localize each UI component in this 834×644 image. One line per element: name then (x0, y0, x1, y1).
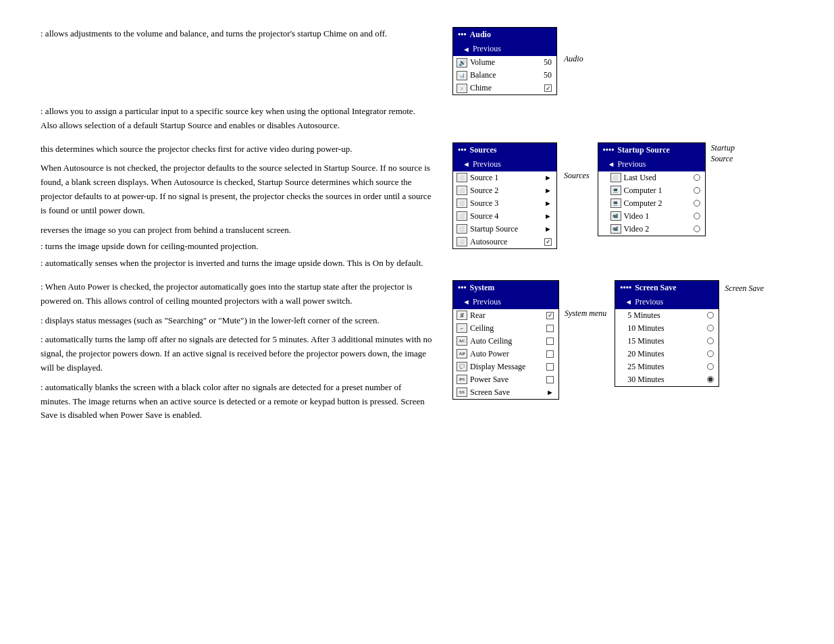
sources-dots: ••• (458, 145, 467, 155)
last-used-icon: ⬜ (610, 173, 621, 182)
source2-item: ⬜ Source 2 ► (453, 184, 556, 197)
system-previous[interactable]: ◄ Previous (453, 295, 558, 309)
sources-title: Sources (470, 145, 497, 155)
sources-menu: ••• Sources ◄ Previous ⬜ Source 1 ► (452, 142, 557, 249)
rear-item: Я Rear (453, 309, 558, 322)
balance-icon: 📊 (457, 71, 467, 80)
source4-item: ⬜ Source 4 ► (453, 210, 556, 223)
audio-chime-item: ♪ Chime (453, 82, 556, 95)
screen-save-item: SS Screen Save ► (453, 386, 558, 399)
power-save-icon: PS (457, 375, 467, 384)
ceiling-checkbox (546, 325, 554, 332)
screen-save-arrow: ► (546, 388, 554, 396)
rear-checkbox (546, 312, 554, 319)
balance-label: Balance (470, 70, 496, 80)
screen-save-menu-header: •••• Screen Save (615, 281, 719, 295)
startup-source-menu-label: Startup Source (711, 142, 735, 165)
screen-save-menu: •••• Screen Save ◄ Previous 5 Minutes 10… (615, 280, 719, 387)
para8: : When Auto Power is checked, the projec… (41, 280, 432, 308)
sources-previous[interactable]: ◄ Previous (453, 157, 556, 171)
computer1-item: 💻 Computer 1 (598, 184, 705, 197)
display-message-checkbox (546, 363, 554, 371)
screen-save-icon: SS (457, 387, 467, 397)
screen-save-previous-arrow: ◄ (625, 298, 632, 306)
para6: : turns the image upside down for ceilin… (41, 240, 432, 254)
15min-item: 15 Minutes (615, 335, 719, 348)
screen-save-previous-label: Previous (635, 297, 663, 307)
screen-save-menu-label: Screen Save (725, 284, 764, 294)
autosource-item: ⬜ Autosource (453, 236, 556, 248)
source2-arrow: ► (544, 186, 552, 194)
15min-label: 15 Minutes (627, 336, 664, 346)
screen-save-dots: •••• (620, 283, 631, 293)
computer2-icon: 💻 (610, 198, 621, 208)
source3-item: ⬜ Source 3 ► (453, 197, 556, 210)
power-save-label: Power Save (470, 375, 509, 385)
para9: : displays status messages (such as "Sea… (41, 314, 432, 328)
sources-menu-header: ••• Sources (453, 143, 556, 157)
para1: : allows adjustments to the volume and b… (41, 27, 432, 41)
volume-icon: 🔊 (457, 58, 467, 68)
autosource-label: Autosource (470, 237, 507, 247)
screen-save-label: Screen Save (470, 387, 510, 398)
auto-power-checkbox (546, 350, 554, 358)
rear-label: Rear (470, 311, 486, 321)
para3: this determines which source the project… (41, 142, 432, 157)
source4-icon: ⬜ (457, 211, 467, 221)
5min-radio (707, 312, 714, 319)
chime-label: Chime (470, 83, 492, 93)
source3-label: Source 3 (470, 198, 498, 209)
system-previous-arrow: ◄ (463, 298, 470, 306)
startup-source-dots: •••• (603, 145, 615, 155)
auto-ceiling-label: Auto Ceiling (470, 336, 512, 346)
display-message-label: Display Message (470, 362, 525, 372)
last-used-label: Last Used (624, 173, 656, 183)
system-dots: ••• (458, 283, 467, 293)
power-save-checkbox (546, 376, 554, 383)
startup-source-previous-label: Previous (617, 159, 646, 169)
startup-source-icon: ⬜ (457, 224, 467, 234)
computer1-radio (694, 187, 700, 194)
audio-dots: ••• (458, 30, 467, 40)
10min-radio (707, 325, 714, 331)
computer1-icon: 💻 (610, 186, 621, 195)
25min-radio (707, 363, 714, 370)
video1-icon: 📹 (610, 211, 621, 221)
para4: When Autosource is not checked, the proj… (41, 161, 432, 217)
para11: : automatically blanks the screen with a… (41, 381, 432, 423)
source4-arrow: ► (544, 212, 552, 220)
screen-save-previous[interactable]: ◄ Previous (615, 295, 719, 309)
auto-ceiling-icon: AC (457, 336, 467, 346)
startup-source-menu: •••• Startup Source ◄ Previous ⬜ Last Us… (598, 142, 706, 236)
audio-title: Audio (470, 30, 491, 40)
computer2-label: Computer 2 (624, 198, 662, 209)
20min-item: 20 Minutes (615, 348, 719, 360)
video2-icon: 📹 (610, 224, 621, 234)
20min-label: 20 Minutes (627, 349, 664, 359)
source1-icon: ⬜ (457, 173, 467, 182)
ceiling-item: ⌐ Ceiling (453, 322, 558, 335)
system-title: System (470, 283, 495, 293)
startup-source-previous[interactable]: ◄ Previous (598, 157, 705, 171)
audio-menu: ••• Audio ◄ Previous 🔊 Volume 50 📊 (452, 27, 557, 95)
audio-volume-item: 🔊 Volume 50 (453, 56, 556, 69)
video1-radio (694, 213, 700, 219)
system-previous-label: Previous (473, 297, 501, 307)
5min-label: 5 Minutes (627, 311, 660, 321)
audio-menu-label: Audio (564, 54, 583, 64)
balance-value: 50 (544, 70, 552, 80)
chime-icon: ♪ (457, 84, 467, 93)
computer2-item: 💻 Computer 2 (598, 197, 705, 210)
source1-label: Source 1 (470, 173, 498, 183)
startup-source-menu-title: Startup Source (617, 145, 669, 155)
sources-menu-label: Sources (564, 171, 590, 181)
ceiling-label: Ceiling (470, 323, 494, 333)
computer1-label: Computer 1 (624, 186, 662, 196)
audio-previous[interactable]: ◄ Previous (453, 42, 556, 56)
startup-source-menu-header: •••• Startup Source (598, 143, 705, 157)
system-menu-header: ••• System (453, 281, 558, 295)
auto-ceiling-checkbox (546, 338, 554, 345)
screen-save-menu-title: Screen Save (635, 283, 676, 293)
chime-checkbox (544, 84, 552, 92)
source2-icon: ⬜ (457, 186, 467, 195)
